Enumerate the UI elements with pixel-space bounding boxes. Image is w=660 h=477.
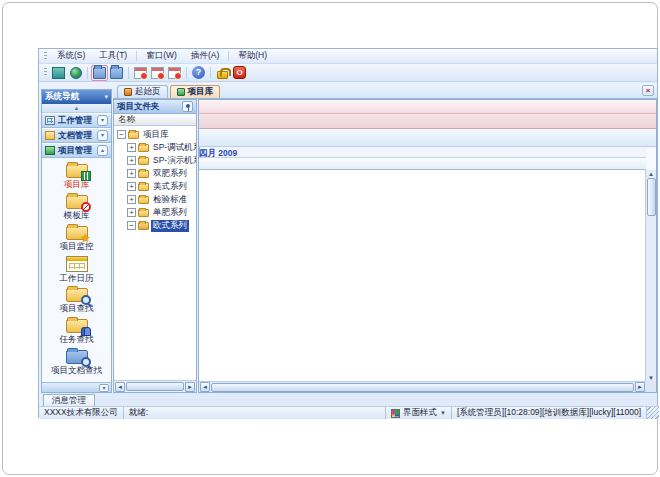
scroll-thumb[interactable] <box>647 178 656 216</box>
sidebar-panel-2[interactable]: 文档管理▾ <box>42 128 111 143</box>
expand-icon[interactable]: + <box>127 156 136 165</box>
tree-item-8[interactable]: −欧式系列 <box>114 219 196 232</box>
expand-icon[interactable]: + <box>127 195 136 204</box>
menu-item-3[interactable]: 窗口(W) <box>139 49 184 63</box>
scroll-right-icon[interactable]: ► <box>185 382 195 392</box>
scroll-up-icon[interactable]: ▲ <box>648 171 654 177</box>
sidebar-item-1[interactable]: 项目库 <box>42 161 111 192</box>
sidebar-items: 项目库模板库★项目监控工作日历项目查找任务查找项目文档查找 <box>42 158 111 382</box>
close-icon[interactable]: × <box>642 85 654 96</box>
gantt-hscrollbar[interactable]: ◄ ► <box>199 381 646 392</box>
sidebar-item-6[interactable]: 任务查找 <box>42 316 111 347</box>
toolbar-separator <box>87 67 88 79</box>
tab-message-manager[interactable]: 消息管理 <box>43 394 95 406</box>
expand-icon[interactable]: + <box>127 208 136 217</box>
calendar-user-button[interactable] <box>166 65 183 81</box>
sidebar-item-5[interactable]: 项目查找 <box>42 285 111 316</box>
menu-grip[interactable] <box>44 52 47 61</box>
sidebar-panel-3[interactable]: 项目管理▴ <box>42 143 111 158</box>
menu-item-1[interactable]: 系统(S) <box>50 49 92 63</box>
sidebar-item-2[interactable]: 模板库 <box>42 192 111 223</box>
folder-icon <box>138 170 149 178</box>
badge <box>81 202 91 212</box>
menu-item-2[interactable]: 工具(T) <box>92 49 134 63</box>
stop-button[interactable]: O <box>231 65 248 81</box>
tree-column-header[interactable]: 名称 <box>114 114 196 126</box>
gantt-vscrollbar[interactable]: ▲ ▼ <box>645 170 656 382</box>
tree-item-1[interactable]: −项目库 <box>114 128 196 141</box>
tree-item-label: 单肥系列 <box>151 207 189 219</box>
style-selector[interactable]: 界面样式 ▼ <box>386 407 452 419</box>
gantt-panel: 四月 2009 ▲ ▼ ◄ ► <box>198 99 657 393</box>
chevron-up-icon[interactable]: ▴ <box>97 145 108 156</box>
tree-item-label: 双肥系列 <box>151 168 189 180</box>
sidebar-item-7[interactable]: 项目文档查找 <box>42 347 111 378</box>
menu-item-5[interactable]: 帮助(H) <box>231 49 274 63</box>
sidebar-panel-1[interactable]: 工作管理▾ <box>42 113 111 128</box>
calendar-alert-button[interactable] <box>149 65 166 81</box>
resize-grip[interactable] <box>647 407 659 419</box>
tree-item-7[interactable]: +单肥系列 <box>114 206 196 219</box>
bottom-tab-strip: 消息管理 <box>41 393 657 406</box>
expand-icon[interactable]: + <box>127 143 136 152</box>
scroll-left-icon[interactable]: ◄ <box>200 382 210 392</box>
folder-window-icon <box>110 67 123 79</box>
tree-item-2[interactable]: +SP-调试机系 <box>114 141 196 154</box>
menu-separator <box>136 51 137 61</box>
sidebar: 系统导航 ▾ ▲ 工作管理▾文档管理▾项目管理▴ 项目库模板库★项目监控工作日历… <box>41 89 112 393</box>
status-session-info: [系统管理员][10:28:09][培训数据库][lucky][11000] <box>452 407 647 419</box>
sidebar-item-4[interactable]: 工作日历 <box>42 254 111 285</box>
calendar-user-icon <box>168 67 181 79</box>
scroll-right-icon[interactable]: ► <box>635 382 645 392</box>
scroll-thumb[interactable] <box>211 383 634 392</box>
help-button[interactable]: ? <box>190 65 207 81</box>
tab-project-library[interactable]: 项目库 <box>170 85 221 98</box>
timeline-day-row <box>199 158 646 170</box>
tree-panel-header: 项目文件夹 <box>114 100 196 114</box>
tree-item-3[interactable]: +SP-演示机系 <box>114 154 196 167</box>
badge <box>81 295 91 305</box>
tree-item-6[interactable]: +检验标准 <box>114 193 196 206</box>
scroll-thumb[interactable] <box>126 382 184 391</box>
menu-item-4[interactable]: 插件(A) <box>184 49 226 63</box>
gantt-toolbar <box>199 129 656 147</box>
folder-window-button[interactable] <box>108 65 125 81</box>
tree-item-label: 欧式系列 <box>151 220 189 232</box>
sidebar-collapse-strip[interactable]: ▲ <box>42 104 111 113</box>
tree-item-4[interactable]: +双肥系列 <box>114 167 196 180</box>
open-folder-button[interactable] <box>91 65 108 81</box>
tree-item-5[interactable]: +美式系列 <box>114 180 196 193</box>
chevron-down-icon[interactable]: ▾ <box>99 384 109 392</box>
calendar-event-button[interactable] <box>132 65 149 81</box>
chevron-down-icon[interactable]: ▾ <box>97 115 108 126</box>
badge: ★ <box>81 233 91 243</box>
sidebar-item-label: 项目文档查找 <box>51 365 102 377</box>
tab-start-page[interactable]: 起始页 <box>117 85 168 98</box>
lock-button[interactable] <box>214 65 231 81</box>
sidebar-item-3[interactable]: ★项目监控 <box>42 223 111 254</box>
document-tab-strip: 起始页项目库× <box>113 85 657 99</box>
collapse-icon[interactable]: − <box>117 130 126 139</box>
chevron-down-icon[interactable]: ▾ <box>97 130 108 141</box>
tree-item-label: 美式系列 <box>151 181 189 193</box>
gantt-tab-bar <box>199 114 656 129</box>
monitor-button[interactable] <box>50 65 67 81</box>
folder-icon <box>138 209 149 217</box>
expand-icon[interactable]: + <box>127 169 136 178</box>
sidebar-options-icon[interactable]: ▾ <box>104 93 108 101</box>
badge <box>81 357 91 367</box>
folder-icon <box>128 131 139 139</box>
stop-icon: O <box>233 66 246 79</box>
pin-icon[interactable] <box>182 101 193 112</box>
tab-label: 项目库 <box>188 86 214 98</box>
help-icon: ? <box>192 66 205 79</box>
toolbar-grip[interactable] <box>44 68 47 77</box>
toolbar-separator <box>210 67 211 79</box>
globe-button[interactable] <box>67 65 84 81</box>
collapse-icon[interactable]: − <box>127 221 136 230</box>
sidebar-panel-label: 工作管理 <box>58 115 94 127</box>
expand-icon[interactable]: + <box>127 182 136 191</box>
folder-icon <box>138 144 149 152</box>
scroll-left-icon[interactable]: ◄ <box>115 382 125 392</box>
tree-hscrollbar[interactable]: ◄ ► <box>114 380 196 392</box>
